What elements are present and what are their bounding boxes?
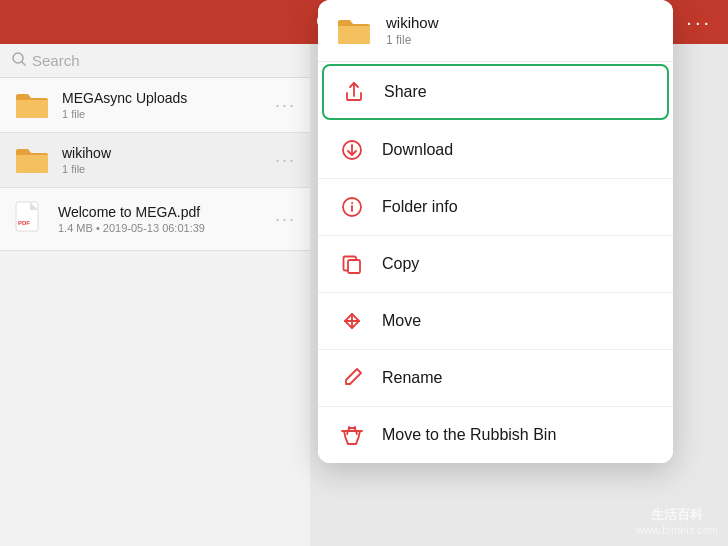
menu-item-label: Move	[382, 312, 421, 330]
menu-item-label: Copy	[382, 255, 419, 273]
search-bar[interactable]: Search	[0, 44, 310, 78]
search-icon	[12, 52, 26, 69]
svg-point-8	[352, 203, 353, 204]
menu-item-rename[interactable]: Rename	[318, 350, 673, 407]
menu-folder-name: wikihow	[386, 14, 439, 31]
menu-item-label: Folder info	[382, 198, 458, 216]
menu-item-download[interactable]: Download	[318, 122, 673, 179]
menu-item-share[interactable]: Share	[322, 64, 669, 120]
menu-item-move[interactable]: Move	[318, 293, 673, 350]
svg-text:PDF: PDF	[18, 220, 30, 226]
menu-item-label: Rename	[382, 369, 442, 387]
menu-item-label: Download	[382, 141, 453, 159]
context-menu: wikihow 1 file Share Download	[318, 0, 673, 463]
file-info: Welcome to MEGA.pdf 1.4 MB • 2019-05-13 …	[58, 204, 275, 234]
svg-rect-2	[16, 202, 38, 231]
menu-item-label: Move to the Rubbish Bin	[382, 426, 556, 444]
list-item[interactable]: wikihow 1 file ···	[0, 133, 310, 188]
main-area: Search MEGAsync Uploads 1 file ···	[0, 44, 728, 546]
svg-line-1	[22, 62, 25, 65]
pdf-icon: PDF	[14, 200, 46, 238]
list-item[interactable]: MEGAsync Uploads 1 file ···	[0, 78, 310, 133]
svg-rect-9	[348, 260, 360, 273]
menu-item-folder-info[interactable]: Folder info	[318, 179, 673, 236]
file-meta: 1.4 MB • 2019-05-13 06:01:39	[58, 222, 275, 234]
menu-folder-icon	[336, 16, 372, 46]
menu-item-copy[interactable]: Copy	[318, 236, 673, 293]
menu-folder-info: wikihow 1 file	[386, 14, 439, 47]
rename-icon	[338, 364, 366, 392]
menu-folder-meta: 1 file	[386, 33, 439, 47]
download-icon	[338, 136, 366, 164]
menu-item-label: Share	[384, 83, 427, 101]
folder-icon	[14, 145, 50, 175]
info-icon	[338, 193, 366, 221]
file-info: wikihow 1 file	[62, 145, 275, 175]
item-more-button[interactable]: ···	[275, 95, 296, 116]
file-info: MEGAsync Uploads 1 file	[62, 90, 275, 120]
folder-icon	[14, 90, 50, 120]
file-name: MEGAsync Uploads	[62, 90, 275, 106]
file-name: wikihow	[62, 145, 275, 161]
file-name: Welcome to MEGA.pdf	[58, 204, 275, 220]
file-list: Search MEGAsync Uploads 1 file ···	[0, 44, 310, 546]
copy-icon	[338, 250, 366, 278]
list-item[interactable]: PDF Welcome to MEGA.pdf 1.4 MB • 2019-05…	[0, 188, 310, 251]
move-icon	[338, 307, 366, 335]
rubbish-icon	[338, 421, 366, 449]
share-icon	[340, 78, 368, 106]
menu-item-rubbish[interactable]: Move to the Rubbish Bin	[318, 407, 673, 463]
search-input[interactable]: Search	[32, 52, 80, 69]
file-meta: 1 file	[62, 163, 275, 175]
file-meta: 1 file	[62, 108, 275, 120]
header-more-button[interactable]: ···	[686, 11, 712, 34]
menu-folder-header: wikihow 1 file	[318, 0, 673, 62]
item-more-button[interactable]: ···	[275, 209, 296, 230]
item-more-button[interactable]: ···	[275, 150, 296, 171]
